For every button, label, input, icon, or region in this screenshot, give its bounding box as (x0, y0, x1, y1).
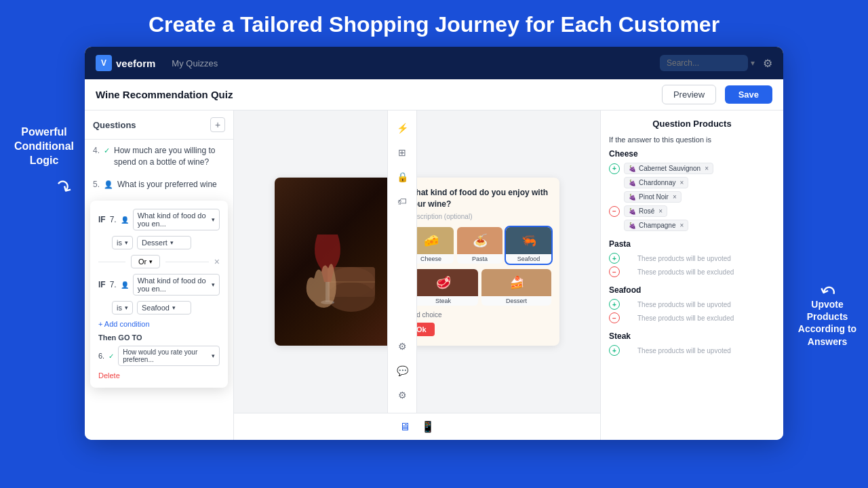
food-choices-row1: 🧀 Cheese 🍝 Pasta 🦐 Seafood (408, 227, 551, 264)
food-item-seafood[interactable]: 🦐 Seafood (506, 227, 551, 264)
answer-section-cheese: Cheese + 🍇 Cabernet Sauvignon × 🍇 Chardo… (609, 149, 775, 231)
champagne-row: 🍇 Champagne × (609, 220, 775, 231)
annotation-right: Upvote Products According to Answers (793, 298, 861, 348)
goto-select[interactable]: How would you rate your preferen... ▾ (118, 346, 220, 366)
exclude-row-pasta: − These products will be excluded (609, 266, 775, 277)
exclude-btn-seafood[interactable]: − (609, 312, 620, 323)
goto-row: 6. ✓ How would you rate your preferen...… (98, 346, 220, 366)
remove-cabernet-icon[interactable]: × (705, 165, 709, 172)
logic-value-select-1[interactable]: Dessert ▾ (137, 236, 191, 249)
answer-section-pasta: Pasta + These products will be upvoted −… (609, 239, 775, 277)
questions-header: Questions + (85, 110, 233, 140)
search-dropdown-icon[interactable]: ▾ (751, 58, 755, 68)
grid-icon-btn[interactable]: ⊞ (391, 142, 413, 163)
grape-icon-2: 🍇 (629, 180, 636, 186)
logo-text: veeform (116, 58, 155, 69)
sub-header: Wine Recommendation Quiz Preview Save (85, 79, 783, 110)
gear-icon-btn[interactable]: ⚙ (391, 384, 413, 406)
nav-search-input[interactable] (660, 55, 748, 71)
add-condition-link[interactable]: + Add condition (98, 320, 220, 328)
logic-is-select-2[interactable]: is ▾ (112, 301, 133, 314)
food-label-steak: Steak (408, 296, 478, 306)
logic-is-select-1[interactable]: is ▾ (112, 236, 133, 249)
question-text-5: What is your preferred wine (117, 179, 217, 190)
upvote-btn-steak[interactable]: + (609, 345, 620, 356)
desktop-icon[interactable]: 🖥 (399, 421, 410, 433)
product-name-champagne: Champagne (639, 222, 675, 229)
product-name-pinot: Pinot Noir (639, 193, 669, 201)
preview-button[interactable]: Preview (662, 85, 716, 104)
exclude-btn-cheese[interactable]: − (609, 206, 620, 217)
logic-question-select-1[interactable]: What kind of food do you en... ▾ (133, 209, 220, 230)
quiz-question-text: What kind of food do you enjoy with your… (408, 187, 551, 210)
question-text-4: How much are you willing to spend on a b… (114, 145, 225, 168)
food-item-dessert[interactable]: 🍰 Dessert (481, 269, 551, 306)
upvote-row-seafood: + These products will be upvoted (609, 299, 775, 310)
grape-icon-4: 🍇 (629, 208, 636, 215)
check-icon-4: ✓ (104, 146, 110, 155)
goto-check-icon: ✓ (108, 352, 114, 360)
or-row: Or ▾ × (98, 255, 220, 268)
pasta-upvote-placeholder: These products will be upvoted (637, 255, 731, 262)
app-logo: V veeform (96, 55, 155, 71)
food-item-steak[interactable]: 🥩 Steak (408, 269, 478, 306)
then-goto-label: Then GO TO (98, 333, 220, 342)
chevron-down-icon-1: ▾ (212, 216, 215, 223)
question-num-4: 4. (93, 146, 100, 155)
tag-icon-btn[interactable]: 🏷 (391, 190, 413, 212)
product-tag-cabernet: 🍇 Cabernet Sauvignon × (624, 163, 713, 174)
chevron-down-icon-val1: ▾ (170, 239, 174, 246)
delete-link[interactable]: Delete (98, 371, 220, 380)
remove-chardonnay-icon[interactable]: × (679, 179, 684, 186)
tool-sidebar: ⚡ ⊞ 🔒 🏷 ⚙ 💬 ⚙ (387, 110, 417, 413)
mobile-icon[interactable]: 📱 (421, 420, 435, 433)
question-item-5[interactable]: 5. 👤 What is your preferred wine (85, 174, 233, 196)
right-panel: Question Products If the answer to this … (600, 110, 783, 440)
exclude-row-cheese: − 🍇 Rosé × (609, 205, 775, 217)
steak-upvote-placeholder: These products will be upvoted (637, 347, 731, 354)
person-icon-5: 👤 (104, 180, 113, 189)
gear-icon[interactable]: ⚙ (763, 57, 772, 70)
right-panel-title: Question Products (609, 119, 775, 129)
logic-qnum-1: 7. (110, 215, 117, 224)
remove-rose-icon[interactable]: × (658, 207, 663, 215)
chat-icon-btn[interactable]: 💬 (391, 360, 413, 382)
remove-pinot-icon[interactable]: × (673, 193, 677, 201)
lock-icon-btn[interactable]: 🔒 (391, 166, 413, 188)
main-content: Questions + 4. ✓ How much are you willin… (85, 110, 783, 440)
questions-panel: Questions + 4. ✓ How much are you willin… (85, 110, 234, 440)
chevron-down-icon-is2: ▾ (125, 304, 128, 311)
goto-num: 6. (98, 352, 104, 360)
logic-question-select-2[interactable]: What kind of food do you en... ▾ (133, 274, 220, 296)
settings-icon-btn[interactable]: ⚙ (391, 336, 413, 357)
save-button[interactable]: Save (725, 85, 772, 104)
remove-champagne-icon[interactable]: × (679, 222, 684, 229)
add-choice-link[interactable]: Add choice (408, 311, 551, 319)
page-title: Create a Tailored Shopping Journey for E… (0, 0, 868, 47)
sliders-icon-btn[interactable]: ⚡ (391, 117, 413, 139)
question-item-4[interactable]: 4. ✓ How much are you willing to spend o… (85, 140, 233, 174)
question-num-5: 5. (93, 180, 100, 189)
exclude-btn-pasta[interactable]: − (609, 266, 620, 277)
quiz-preview-wrapper: What kind of food do you enjoy with your… (234, 110, 600, 413)
product-name-cabernet: Cabernet Sauvignon (639, 165, 701, 172)
upvote-btn-pasta[interactable]: + (609, 253, 620, 264)
or-close-icon[interactable]: × (214, 256, 220, 267)
nav-my-quizzes[interactable]: My Quizzes (172, 58, 218, 68)
or-button[interactable]: Or ▾ (131, 255, 160, 268)
answer-section-seafood: Seafood + These products will be upvoted… (609, 285, 775, 323)
logic-value-select-2[interactable]: Seafood ▾ (137, 301, 191, 314)
answer-title-seafood: Seafood (609, 285, 775, 295)
food-choices-row2: 🥩 Steak 🍰 Dessert (408, 269, 551, 306)
upvote-btn-cheese[interactable]: + (609, 163, 620, 174)
upvote-btn-seafood[interactable]: + (609, 299, 620, 310)
product-tag-champagne: 🍇 Champagne × (624, 220, 688, 231)
if-label-2: IF (98, 280, 106, 289)
quiz-card-image (275, 178, 400, 346)
add-question-button[interactable]: + (210, 117, 225, 132)
wine-image-placeholder (275, 178, 400, 346)
food-label-pasta: Pasta (457, 254, 502, 264)
food-item-pasta[interactable]: 🍝 Pasta (457, 227, 502, 264)
logic-qnum-2: 7. (110, 280, 117, 289)
chevron-down-icon-val2: ▾ (172, 304, 176, 311)
